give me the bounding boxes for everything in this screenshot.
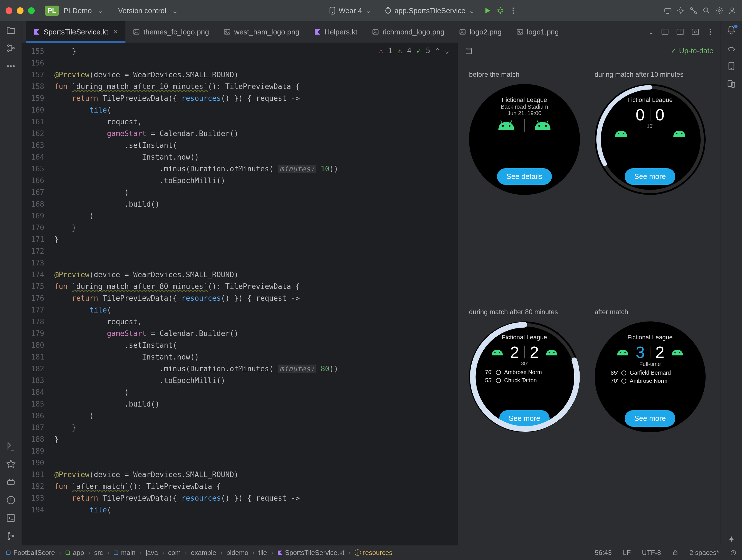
- structure-tool-icon[interactable]: [6, 43, 16, 53]
- tab-helpers[interactable]: Helpers.kt: [307, 21, 365, 43]
- project-name[interactable]: PLDemo: [63, 6, 92, 15]
- prev-highlight-icon[interactable]: ⌃: [435, 47, 440, 55]
- problems-tool-icon[interactable]: [6, 495, 16, 505]
- run-config-selector[interactable]: app.SportsTileService ⌄: [380, 6, 479, 15]
- image-file-icon: [516, 28, 524, 36]
- next-highlight-icon[interactable]: ⌄: [445, 47, 449, 55]
- error-count: 1: [388, 47, 392, 55]
- git-icon[interactable]: [689, 6, 698, 15]
- svg-rect-72: [114, 551, 118, 554]
- ok-icon: ✓: [416, 47, 421, 55]
- watch-face[interactable]: Fictional League 3 2 Full-time 85'Garfie…: [595, 321, 705, 432]
- more-tools-icon[interactable]: [6, 61, 16, 71]
- chevron-down-icon[interactable]: ⌄: [172, 6, 178, 15]
- account-icon[interactable]: [728, 6, 736, 15]
- editor-split-icon[interactable]: [676, 28, 684, 36]
- see-details-button[interactable]: See details: [497, 168, 552, 185]
- tab-west-ham-logo[interactable]: west_ham_logo.png: [216, 21, 307, 43]
- score-b: 2: [655, 343, 665, 361]
- breadcrumb[interactable]: tile: [258, 549, 267, 557]
- see-more-button[interactable]: See more: [625, 410, 675, 427]
- maximize-window[interactable]: [28, 7, 35, 14]
- watch-face[interactable]: Fictional League 0 0 10': [595, 84, 705, 195]
- device-manager-tool-icon[interactable]: [726, 79, 736, 89]
- svg-point-65: [679, 352, 680, 353]
- tab-label: Helpers.kt: [324, 28, 357, 36]
- breadcrumb[interactable]: app: [65, 549, 84, 557]
- notifications-icon[interactable]: [726, 25, 736, 35]
- settings-icon[interactable]: [715, 6, 724, 15]
- ai-assistant-icon[interactable]: [726, 536, 736, 546]
- encoding[interactable]: UTF-8: [642, 549, 661, 557]
- readonly-icon[interactable]: [672, 550, 679, 556]
- chevron-right-icon: ›: [185, 549, 187, 557]
- minimize-window[interactable]: [17, 7, 23, 14]
- breadcrumb[interactable]: src: [94, 549, 103, 557]
- breadcrumb[interactable]: pldemo: [226, 549, 248, 557]
- inspections-icon[interactable]: [677, 6, 685, 15]
- editor-layout-icon[interactable]: [661, 28, 669, 36]
- breadcrumb[interactable]: ⓘresources: [355, 548, 392, 557]
- preview-title: during match after 10 minutes: [595, 70, 684, 79]
- breadcrumb[interactable]: SportsTileService.kt: [277, 549, 345, 557]
- caret-position[interactable]: 56:43: [595, 549, 612, 557]
- chevron-right-icon: ›: [107, 549, 109, 557]
- tab-logo1[interactable]: logo1.png: [509, 21, 566, 43]
- breadcrumb[interactable]: example: [191, 549, 216, 557]
- watch-face[interactable]: Fictional League 2 2 80' 70'Ambrose Norm: [469, 321, 580, 432]
- preview-grid[interactable]: before the match Fictional League Back r…: [458, 59, 720, 546]
- vcs-menu[interactable]: Version control: [118, 6, 166, 15]
- project-badge[interactable]: PL: [45, 6, 59, 16]
- close-window[interactable]: [6, 7, 12, 14]
- preview-toggle-icon[interactable]: [465, 47, 473, 55]
- more-actions-icon[interactable]: [509, 6, 518, 15]
- favorites-tool-icon[interactable]: [6, 459, 16, 469]
- emulator-tool-icon[interactable]: [726, 61, 736, 71]
- more-tab-actions-icon[interactable]: [706, 28, 714, 36]
- gutter: 155 156 157 158 159 160 161 162 163 164 …: [22, 43, 50, 546]
- goal-row: 70'Ambrose Norm: [605, 378, 694, 384]
- debug-button[interactable]: [496, 6, 505, 15]
- breadcrumb[interactable]: java: [146, 549, 158, 557]
- breadcrumb[interactable]: main: [113, 549, 136, 557]
- inspection-summary[interactable]: ⚠1 ⚠4 ✓5 ⌃ ⌄: [376, 45, 452, 56]
- svg-point-33: [461, 31, 462, 32]
- close-tab-icon[interactable]: ✕: [113, 28, 118, 36]
- editor-preview-icon[interactable]: [691, 28, 699, 36]
- tab-sportstileservice[interactable]: SportsTileService.kt ✕: [26, 21, 125, 43]
- gradle-tool-icon[interactable]: [726, 43, 736, 53]
- code-with-me-icon[interactable]: [664, 6, 672, 15]
- project-tool-icon[interactable]: [6, 25, 16, 35]
- tab-richmond-logo[interactable]: richmond_logo.png: [365, 21, 452, 43]
- watch-face[interactable]: Fictional League Back road Stadium Jun 2…: [469, 84, 580, 195]
- preview-title: after match: [595, 308, 628, 316]
- vcs-tool-icon[interactable]: [6, 531, 16, 541]
- breadcrumb[interactable]: FootballScore: [6, 549, 55, 557]
- code-area[interactable]: } @Preview(device = WearDevices.SMALL_RO…: [50, 43, 458, 546]
- svg-rect-71: [66, 551, 69, 554]
- chevron-down-icon[interactable]: ⌄: [97, 6, 104, 15]
- search-icon[interactable]: [702, 6, 711, 15]
- goal-row: 85'Garfield Bernard: [605, 370, 694, 376]
- tab-overflow-icon[interactable]: ⌄: [648, 28, 654, 36]
- wear-icon: [384, 6, 392, 15]
- tab-logo2[interactable]: logo2.png: [452, 21, 509, 43]
- terminal-tool-icon[interactable]: [6, 513, 16, 523]
- build-tool-icon[interactable]: [6, 441, 16, 451]
- logcat-tool-icon[interactable]: [6, 477, 16, 487]
- run-button[interactable]: [483, 6, 492, 15]
- code-editor[interactable]: 155 156 157 158 159 160 161 162 163 164 …: [22, 43, 458, 546]
- device-selector[interactable]: Wear 4 ⌄: [324, 6, 375, 15]
- progress-ring: [595, 84, 705, 195]
- svg-rect-70: [6, 551, 10, 554]
- inspection-profile-icon[interactable]: [730, 550, 736, 556]
- svg-point-42: [710, 34, 711, 35]
- breadcrumb[interactable]: com: [168, 549, 180, 557]
- editor-tabs: SportsTileService.kt ✕ themes_fc_logo.pn…: [22, 21, 720, 43]
- line-ending[interactable]: LF: [623, 549, 631, 557]
- preview-title: during match after 80 minutes: [469, 308, 558, 316]
- svg-point-40: [710, 29, 711, 30]
- right-toolstrip: [720, 21, 742, 546]
- indent-setting[interactable]: 2 spaces*: [690, 549, 719, 557]
- tab-themes-fc-logo[interactable]: themes_fc_logo.png: [125, 21, 216, 43]
